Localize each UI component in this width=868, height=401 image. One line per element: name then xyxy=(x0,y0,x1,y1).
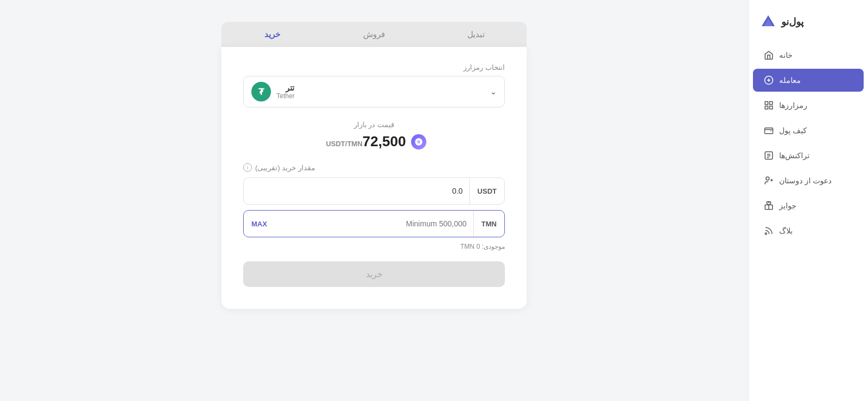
sidebar-item-invite[interactable]: دعوت از دوستان xyxy=(753,169,864,192)
invite-label: دعوت از دوستان xyxy=(779,176,831,185)
svg-rect-8 xyxy=(770,106,773,109)
tab-buy[interactable]: خرید xyxy=(221,22,323,47)
blog-icon xyxy=(764,226,774,236)
tabs-container: تبدیل فروش خرید xyxy=(221,22,527,47)
sidebar-item-blog[interactable]: بلاگ xyxy=(753,219,864,242)
tmn-input[interactable] xyxy=(275,211,473,237)
main-content: تبدیل فروش خرید انتخاب رمزارز ⌄ تتر Teth… xyxy=(0,0,748,401)
info-icon[interactable]: i xyxy=(243,163,252,172)
selector-label: انتخاب رمزارز xyxy=(243,63,505,71)
blog-label: بلاگ xyxy=(779,226,793,235)
sidebar: پول‌نو خانه معامله رمزارزها کیف پول xyxy=(748,0,868,401)
market-price-icon xyxy=(411,134,426,149)
logo-icon xyxy=(760,13,777,31)
svg-rect-6 xyxy=(770,101,773,104)
transactions-label: تراکنش‌ها xyxy=(779,151,810,160)
logo-text: پول‌نو xyxy=(781,16,804,28)
crypto-icon xyxy=(764,100,774,110)
balance-label: موجودی: xyxy=(482,243,505,250)
trade-label: معامله xyxy=(779,76,801,85)
crypto-info: تتر Tether ₮ xyxy=(251,82,294,101)
market-price-pair: USDT/TMN xyxy=(326,140,363,148)
usdt-input[interactable] xyxy=(244,178,469,204)
wallet-label: کیف پول xyxy=(779,126,807,135)
svg-rect-7 xyxy=(765,106,768,109)
tab-convert[interactable]: تبدیل xyxy=(425,22,527,47)
sidebar-item-trade[interactable]: معامله xyxy=(753,69,864,92)
sidebar-item-transactions[interactable]: تراکنش‌ها xyxy=(753,144,864,167)
tmn-input-row: TMN MAX xyxy=(243,210,505,237)
balance-value: 0 xyxy=(477,243,480,250)
tether-icon: ₮ xyxy=(251,82,271,101)
balance-currency: TMN xyxy=(460,243,474,250)
tmn-currency-label: TMN xyxy=(473,211,504,237)
amount-label: مقدار خرید (تقریبی) i xyxy=(243,163,505,172)
svg-rect-5 xyxy=(765,101,768,104)
sidebar-item-rewards[interactable]: جوایز xyxy=(753,194,864,217)
max-button[interactable]: MAX xyxy=(244,220,275,228)
trade-card: انتخاب رمزارز ⌄ تتر Tether ₮ قیمت در باز… xyxy=(221,47,527,309)
usdt-input-row: USDT xyxy=(243,177,505,205)
transactions-icon xyxy=(764,151,774,160)
chevron-container: ⌄ xyxy=(490,87,497,96)
amount-section: مقدار خرید (تقریبی) i USDT TMN MAX موجود… xyxy=(243,163,505,250)
tab-sell[interactable]: فروش xyxy=(323,22,425,47)
crypto-label: رمزارزها xyxy=(779,101,807,110)
buy-button[interactable]: خرید xyxy=(243,261,505,287)
market-price-row: USDT/TMN72,500 xyxy=(243,133,505,150)
market-section: قیمت در بازار USDT/TMN72,500 xyxy=(243,121,505,150)
crypto-names: تتر Tether xyxy=(276,83,294,100)
sidebar-nav: خانه معامله رمزارزها کیف پول تراکنش‌ها xyxy=(749,44,868,242)
usdt-currency-label: USDT xyxy=(469,178,504,204)
svg-rect-9 xyxy=(765,128,773,134)
balance-row: موجودی: 0 TMN xyxy=(243,243,505,250)
sidebar-item-crypto[interactable]: رمزارزها xyxy=(753,94,864,117)
svg-point-14 xyxy=(766,177,769,180)
svg-point-18 xyxy=(765,233,767,235)
chevron-down-icon: ⌄ xyxy=(490,87,497,96)
invite-icon xyxy=(764,176,774,185)
trade-icon xyxy=(764,75,774,85)
home-label: خانه xyxy=(779,51,793,59)
rewards-icon xyxy=(764,201,774,211)
sidebar-item-home[interactable]: خانه xyxy=(753,44,864,67)
market-price-value: USDT/TMN72,500 xyxy=(322,133,406,150)
market-label: قیمت در بازار xyxy=(243,121,505,129)
crypto-name-fa: تتر xyxy=(276,83,294,92)
crypto-name-en: Tether xyxy=(276,92,294,100)
sidebar-item-wallet[interactable]: کیف پول xyxy=(753,119,864,142)
rewards-label: جوایز xyxy=(779,201,797,210)
wallet-icon xyxy=(764,125,774,135)
home-icon xyxy=(764,50,774,60)
logo: پول‌نو xyxy=(749,9,868,44)
crypto-selector-box[interactable]: ⌄ تتر Tether ₮ xyxy=(243,76,505,107)
